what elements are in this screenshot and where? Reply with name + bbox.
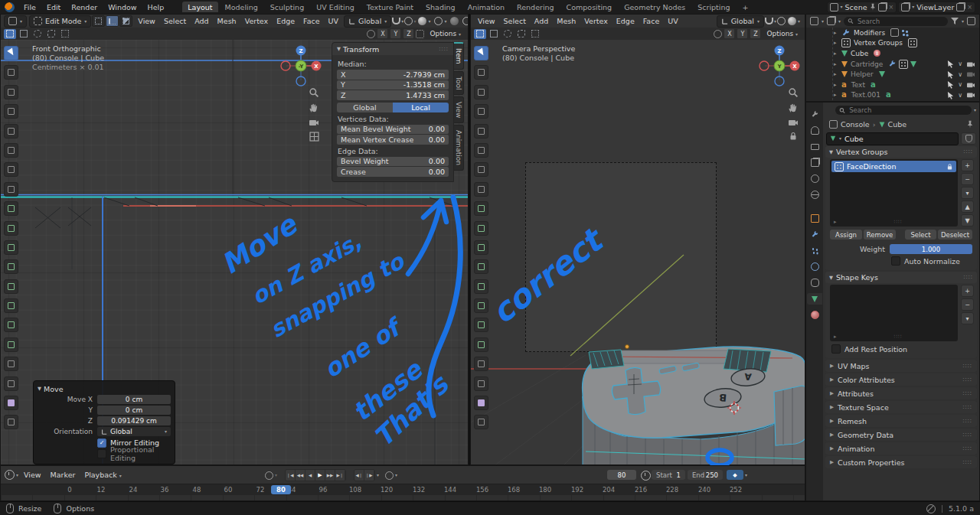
overlays-toggle-icon[interactable]: ▾ [433, 17, 448, 25]
tool-shrink-fatten[interactable] [4, 396, 18, 410]
panel-color-attributes[interactable]: ▶Color Attributes∷∷ [825, 373, 977, 386]
menu-uv[interactable]: UV [664, 16, 681, 26]
wrench-badge-icon[interactable] [888, 60, 897, 68]
pan-hand-icon[interactable] [788, 103, 799, 113]
render-badge-icon[interactable] [901, 29, 908, 36]
breadcrumb-object[interactable]: Cube [888, 120, 907, 129]
remove-viewlayer-icon[interactable]: × [967, 4, 972, 11]
menu-vertex[interactable]: Vertex [580, 16, 612, 26]
timeline-ruler[interactable]: 0 12 24 36 48 60 72 84 96 108 120 132 14… [1, 484, 805, 496]
tab-particles-icon[interactable] [807, 245, 822, 256]
fake-user-shield-button[interactable] [961, 132, 976, 145]
expand-icon[interactable]: ▸ [834, 51, 841, 57]
select-circle-tool-button[interactable] [501, 29, 514, 39]
tool-cursor[interactable] [4, 65, 18, 80]
new-collection-icon[interactable] [967, 17, 975, 25]
sidebar-tab-view[interactable]: View [454, 96, 464, 123]
tool-scale[interactable] [4, 124, 18, 139]
move-group-up-button[interactable]: ▲ [961, 200, 974, 213]
autokey-sync-icon[interactable]: ◆ [727, 470, 743, 480]
tab-object-icon[interactable] [807, 213, 822, 224]
lock-icon[interactable] [789, 132, 798, 141]
tool-knife[interactable] [474, 298, 488, 313]
panel-custom-properties[interactable]: ▶Custom Properties∷∷ [825, 456, 977, 468]
panel-uv-maps[interactable]: ▶UV Maps∷∷ [825, 360, 977, 372]
tool-extrude[interactable] [4, 221, 18, 236]
tool-edge-slide[interactable] [4, 376, 18, 391]
prev-frame-button[interactable]: ◀❘ [354, 470, 364, 481]
tool-inset[interactable] [4, 240, 18, 255]
vertex-groups-list[interactable]: FaceDirection ▸ ∷∷ [830, 159, 958, 227]
viewport-canvas[interactable]: Front Orthographic (80) Console | Cube C… [1, 40, 468, 464]
options-dropdown[interactable]: Options ▾ [426, 29, 465, 38]
tab-tool-icon[interactable] [807, 109, 822, 120]
tool-rip-region[interactable] [4, 415, 18, 429]
move-z-field[interactable]: 0.091429 cm [97, 416, 171, 425]
select-tweak-tool-button[interactable] [488, 29, 500, 39]
tool-inset[interactable] [474, 240, 488, 255]
mirror-editing-checkbox[interactable]: ✓ [97, 438, 106, 448]
outliner-row-text[interactable]: ▸ a Text a ∨ [806, 80, 979, 90]
tab-view-layer-icon[interactable] [807, 157, 822, 168]
menu-view[interactable]: View [134, 16, 159, 26]
tool-poly-build[interactable] [4, 318, 18, 332]
blender-logo-icon[interactable] [5, 2, 15, 12]
mirror-y-button[interactable]: Y [737, 28, 748, 39]
workspace-tab-geometry-nodes[interactable]: Geometry Nodes [619, 2, 691, 12]
snap-options-icon[interactable] [416, 30, 424, 38]
menu-mesh[interactable]: Mesh [214, 16, 240, 26]
tool-bevel[interactable] [4, 259, 18, 274]
select-button[interactable]: Select [905, 230, 936, 240]
workspace-tab-shading[interactable]: Shading [420, 2, 461, 12]
tool-tweak-select[interactable] [474, 46, 488, 60]
tool-edge-slide[interactable] [474, 376, 488, 391]
mean-bevel-weight-field[interactable]: Mean Bevel Weight0.00 [337, 125, 449, 135]
menu-edge[interactable]: Edge [612, 16, 639, 26]
tool-loop-cut[interactable] [474, 279, 488, 294]
outliner-row-cube[interactable]: ▸ Cube 8 [806, 48, 979, 59]
pin-icon[interactable] [870, 3, 876, 11]
shape-keys-list[interactable]: ▸ ∷∷ [830, 285, 958, 341]
mirror-x-button[interactable]: X [724, 28, 735, 39]
menu-mesh[interactable]: Mesh [553, 16, 580, 26]
remove-button[interactable]: Remove [864, 230, 896, 240]
expand-icon[interactable]: ▸ [834, 30, 841, 36]
mode-dropdown[interactable]: Edit Mode▾ [29, 15, 91, 28]
pan-hand-icon[interactable] [309, 103, 319, 113]
tool-add-cube[interactable] [4, 201, 18, 216]
display-mode-icon[interactable] [827, 17, 835, 25]
selectable-icon[interactable] [947, 80, 954, 89]
menu-select[interactable]: Select [500, 16, 530, 26]
outliner-row-modifiers[interactable]: ▸ Modifiers [806, 28, 979, 38]
menu-add[interactable]: Add [531, 16, 552, 26]
vertex-groups-header[interactable]: ▼Vertex Groups ∷∷ [825, 146, 977, 158]
outliner-search[interactable] [844, 17, 948, 26]
tab-scene-icon[interactable] [807, 173, 822, 184]
mirror-x-button[interactable]: X [377, 28, 388, 39]
tool-rotate[interactable] [474, 104, 488, 119]
workspace-tab-sculpting[interactable]: Sculpting [265, 2, 309, 12]
jump-to-end-button[interactable]: ▶❘ [335, 470, 345, 481]
menu-file[interactable]: File [19, 2, 41, 12]
gizmo-toggle-icon[interactable] [367, 30, 375, 38]
panel-remesh[interactable]: ▶Remesh∷∷ [825, 415, 977, 427]
vertex-groups-badge-icon[interactable] [908, 38, 917, 47]
breadcrumb-scene[interactable]: Console [841, 120, 870, 129]
tool-scale[interactable] [474, 124, 488, 139]
zoom-icon[interactable] [788, 87, 799, 98]
options-dropdown[interactable]: Options ▾ [763, 29, 802, 38]
keying-set-icon[interactable] [385, 471, 394, 480]
outliner-row-text-001[interactable]: ▸ a Text.001 a ∨ [806, 90, 979, 101]
selectable-icon[interactable] [947, 70, 954, 79]
tool-poly-build[interactable] [474, 318, 488, 332]
outliner-row-helper[interactable]: ▸ Helper ∨ [806, 69, 979, 80]
shape-key-specials-button[interactable]: ▾ [961, 312, 974, 324]
crease-field[interactable]: Crease0.00 [337, 167, 449, 177]
proportional-editing-checkbox[interactable] [97, 449, 106, 458]
vertex-select-button[interactable] [92, 15, 105, 27]
workspace-tab-rendering[interactable]: Rendering [511, 2, 560, 12]
display-badge-icon[interactable] [890, 28, 899, 37]
menu-face[interactable]: Face [639, 16, 663, 26]
workspace-tab-compositing[interactable]: Compositing [561, 2, 618, 12]
tab-output-icon[interactable] [807, 141, 822, 152]
